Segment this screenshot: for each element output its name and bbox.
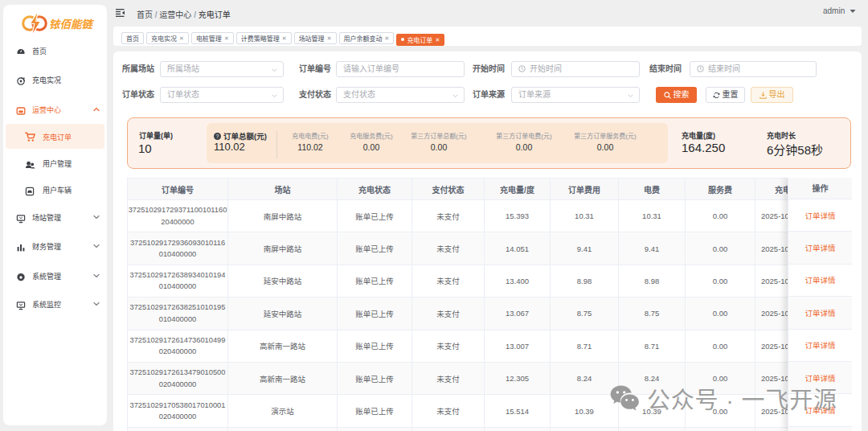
- svg-text:?: ?: [216, 133, 219, 138]
